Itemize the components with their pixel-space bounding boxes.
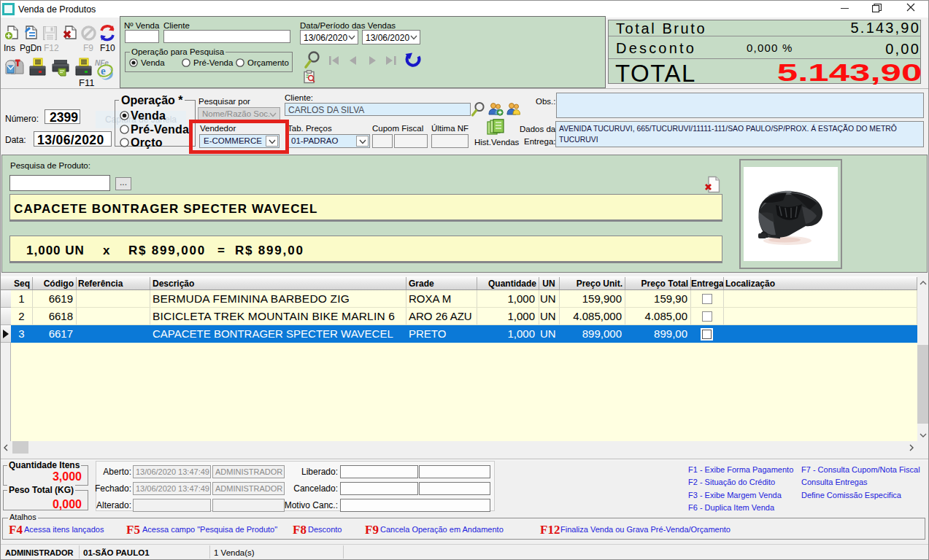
svg-text:e: e [101,65,106,77]
